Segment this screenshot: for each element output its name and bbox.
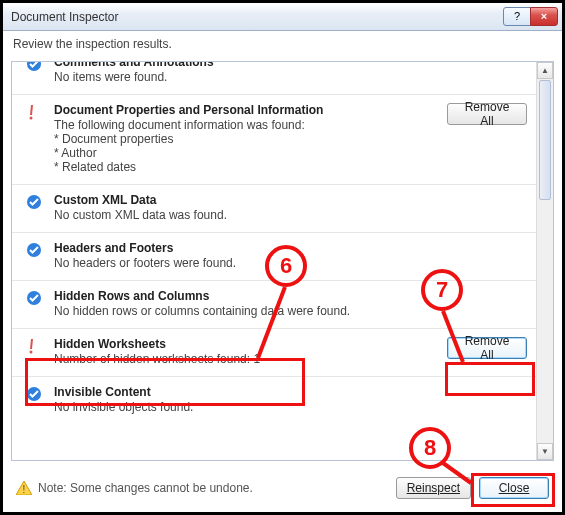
section-docprops: Document Properties and Personal Informa… [12, 94, 553, 184]
checkmark-icon [26, 289, 44, 318]
scroll-thumb[interactable] [539, 80, 551, 200]
section-title: Hidden Rows and Columns [54, 289, 437, 303]
section-customxml: Custom XML Data No custom XML data was f… [12, 184, 553, 232]
remove-all-button[interactable]: Remove All [447, 337, 527, 359]
checkmark-icon [26, 241, 44, 270]
checkmark-icon [26, 61, 44, 84]
section-body: No invisible objects found. [54, 400, 437, 414]
reinspect-button[interactable]: Reinspect [396, 477, 471, 499]
section-body: No hidden rows or columns containing dat… [54, 304, 437, 318]
window-close-button[interactable]: × [530, 7, 558, 26]
section-hiddenrowscols: Hidden Rows and Columns No hidden rows o… [12, 280, 553, 328]
section-title: Custom XML Data [54, 193, 437, 207]
footer: ! Note: Some changes cannot be undone. R… [6, 469, 559, 509]
section-title: Hidden Worksheets [54, 337, 437, 351]
section-hiddenworksheets: Hidden Worksheets Number of hidden works… [12, 328, 553, 376]
svg-point-5 [30, 351, 33, 354]
section-title: Document Properties and Personal Informa… [54, 103, 437, 117]
checkmark-icon [26, 385, 44, 414]
remove-all-button[interactable]: Remove All [447, 103, 527, 125]
section-title: Headers and Footers [54, 241, 437, 255]
results-panel: Comments and Annotations No items were f… [11, 61, 554, 461]
section-body: No custom XML data was found. [54, 208, 437, 222]
footer-note: Note: Some changes cannot be undone. [38, 481, 253, 495]
window-title: Document Inspector [11, 10, 504, 24]
instructions-text: Review the inspection results. [3, 31, 562, 57]
section-invisible: Invisible Content No invisible objects f… [12, 376, 553, 424]
svg-text:!: ! [23, 484, 26, 495]
window-buttons: ? × [504, 7, 558, 27]
section-body: The following document information was f… [54, 118, 437, 174]
section-headersfooters: Headers and Footers No headers or footer… [12, 232, 553, 280]
section-body: Number of hidden worksheets found: 1 [54, 352, 437, 366]
section-title: Comments and Annotations [54, 61, 437, 69]
section-body: No items were found. [54, 70, 437, 84]
checkmark-icon [26, 193, 44, 222]
titlebar: Document Inspector ? × [3, 3, 562, 31]
warning-icon: ! [16, 481, 32, 495]
section-title: Invisible Content [54, 385, 437, 399]
close-button[interactable]: Close [479, 477, 549, 499]
exclamation-icon [26, 337, 44, 366]
scrollbar[interactable]: ▲ ▼ [536, 62, 553, 460]
scroll-up-icon[interactable]: ▲ [537, 62, 553, 79]
exclamation-icon [26, 103, 44, 174]
help-button[interactable]: ? [503, 7, 531, 26]
section-comments: Comments and Annotations No items were f… [12, 61, 553, 94]
scroll-down-icon[interactable]: ▼ [537, 443, 553, 460]
section-body: No headers or footers were found. [54, 256, 437, 270]
svg-point-1 [30, 117, 33, 120]
